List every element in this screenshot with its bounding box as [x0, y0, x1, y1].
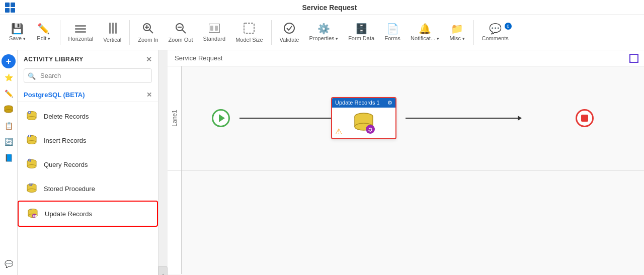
- forms-button[interactable]: 📄 Forms: [380, 22, 405, 43]
- node-db-icon: [351, 112, 376, 134]
- svg-rect-2: [5, 8, 10, 13]
- main-layout: + ⭐ ✏️ 📋 🔄 📘 💬 ACTIVITY LIBRARY ✕ 🔍: [0, 50, 644, 275]
- svg-point-24: [5, 110, 13, 113]
- stored-procedure-icon: SP: [25, 181, 39, 196]
- edit-button[interactable]: ✏️ Edit: [32, 22, 56, 43]
- node-body: ⚠: [332, 108, 395, 138]
- horizontal-icon: [75, 24, 86, 34]
- star-icon-button[interactable]: ⭐: [2, 70, 16, 84]
- list-item-delete-records[interactable]: Delete Records: [18, 104, 158, 128]
- search-input[interactable]: [24, 68, 152, 83]
- svg-rect-6: [75, 31, 86, 33]
- list-item-stored-procedure[interactable]: SP Stored Procedure: [18, 176, 158, 201]
- zoom-out-icon: [175, 23, 186, 35]
- play-arrow-icon: [219, 114, 225, 122]
- list-item-query-records-label: Query Records: [44, 161, 88, 168]
- validate-label: Validate: [280, 37, 299, 43]
- svg-point-69: [366, 125, 375, 134]
- edit-icon: ✏️: [37, 24, 50, 34]
- refresh-bar-icon-button[interactable]: 🔄: [2, 135, 16, 149]
- misc-button[interactable]: 📁 Misc: [445, 22, 469, 43]
- lane-2-label-wrap: [168, 170, 182, 274]
- sidebar-close-button[interactable]: ✕: [146, 55, 152, 63]
- canvas-title: Service Request: [175, 54, 222, 62]
- book-bar-icon-button[interactable]: 📘: [2, 151, 16, 165]
- node-settings-icon[interactable]: ⚙: [387, 100, 392, 106]
- zoom-in-button[interactable]: Zoom In: [134, 21, 162, 45]
- comments-button[interactable]: 💬 0 Comments: [478, 22, 513, 43]
- svg-rect-18: [210, 26, 213, 31]
- svg-point-37: [27, 141, 36, 144]
- lane-1: Lane1 Update Records 1 ⚙: [168, 66, 644, 170]
- standard-icon: [209, 24, 220, 34]
- start-node[interactable]: [212, 109, 230, 127]
- comments-label: Comments: [482, 35, 509, 41]
- properties-icon: ⚙️: [317, 24, 330, 34]
- stop-square-icon: [581, 115, 588, 122]
- canvas-expand-button[interactable]: [629, 53, 639, 65]
- update-records-node[interactable]: Update Records 1 ⚙ ⚠: [331, 97, 396, 139]
- model-size-label: Model Size: [235, 37, 263, 43]
- svg-rect-9: [115, 23, 117, 34]
- lane-1-content: Update Records 1 ⚙ ⚠: [182, 66, 644, 170]
- db-bar-icon-button[interactable]: [2, 103, 16, 117]
- update-records-icon: UP: [26, 207, 40, 221]
- list-item-update-records[interactable]: UP Update Records: [18, 201, 158, 227]
- model-size-button[interactable]: Model Size: [231, 21, 267, 45]
- svg-line-49: [30, 161, 31, 162]
- svg-point-21: [284, 23, 294, 33]
- toolbar-divider-2: [129, 20, 130, 45]
- edit-bar-icon-button[interactable]: ✏️: [2, 86, 16, 101]
- misc-icon: 📁: [451, 24, 463, 34]
- sidebar-collapse-button[interactable]: ‹: [158, 266, 168, 275]
- insert-records-icon: [25, 133, 39, 147]
- standard-button[interactable]: Standard: [199, 22, 229, 44]
- sidebar-category-label: PostgreSQL (BETA): [24, 91, 85, 99]
- svg-rect-19: [215, 26, 218, 31]
- horizontal-button[interactable]: Horizontal: [64, 22, 98, 44]
- zoom-out-button[interactable]: Zoom Out: [165, 21, 197, 45]
- collapse-chevron-icon: ‹: [162, 271, 164, 275]
- node-header: Update Records 1 ⚙: [332, 98, 395, 108]
- toolbar: 💾 Save ✏️ Edit Horizontal Vertical Zoom …: [0, 15, 644, 50]
- list-bar-icon-button[interactable]: 📋: [2, 119, 16, 133]
- list-item-delete-records-label: Delete Records: [44, 113, 89, 120]
- toolbar-divider-1: [60, 20, 60, 45]
- svg-rect-4: [75, 25, 86, 27]
- comments-badge: 0: [505, 23, 512, 30]
- canvas-header: Service Request: [168, 50, 644, 66]
- add-button[interactable]: +: [2, 54, 16, 68]
- sidebar-header: ACTIVITY LIBRARY ✕: [18, 50, 158, 68]
- node-warning-icon: ⚠: [335, 127, 342, 136]
- horizontal-label: Horizontal: [68, 36, 94, 42]
- sidebar-category-close-icon[interactable]: ✕: [146, 91, 152, 99]
- svg-rect-63: [630, 54, 638, 62]
- properties-button[interactable]: ⚙️ Properties: [305, 22, 342, 43]
- chat-bar-icon-button[interactable]: 💬: [2, 257, 16, 271]
- svg-rect-20: [244, 23, 254, 33]
- lane-1-label-wrap: Lane1: [168, 66, 182, 170]
- notifications-button[interactable]: 🔔 Notificat...: [407, 22, 443, 43]
- flow-line-1: [239, 118, 335, 119]
- list-item-query-records[interactable]: Query Records: [18, 152, 158, 176]
- zoom-in-icon: [142, 23, 153, 35]
- save-button[interactable]: 💾 Save: [5, 22, 30, 43]
- svg-rect-8: [112, 23, 114, 34]
- validate-button[interactable]: Validate: [276, 21, 303, 45]
- end-node[interactable]: [576, 109, 594, 127]
- svg-point-29: [27, 117, 36, 120]
- search-icon: 🔍: [28, 72, 36, 79]
- form-data-button[interactable]: 🗄️ Form Data: [344, 22, 378, 43]
- svg-rect-3: [11, 8, 15, 13]
- query-records-icon: [25, 157, 39, 171]
- edit-label: Edit: [37, 35, 50, 41]
- list-item-insert-records-label: Insert Records: [44, 137, 87, 144]
- vertical-button[interactable]: Vertical: [99, 21, 125, 45]
- list-item-stored-procedure-label: Stored Procedure: [44, 185, 95, 193]
- notifications-icon: 🔔: [419, 24, 431, 34]
- list-item-insert-records[interactable]: Insert Records: [18, 128, 158, 152]
- comments-icon: 💬: [489, 24, 502, 34]
- svg-rect-1: [11, 3, 15, 7]
- svg-line-11: [149, 30, 153, 33]
- properties-label: Properties: [309, 35, 338, 41]
